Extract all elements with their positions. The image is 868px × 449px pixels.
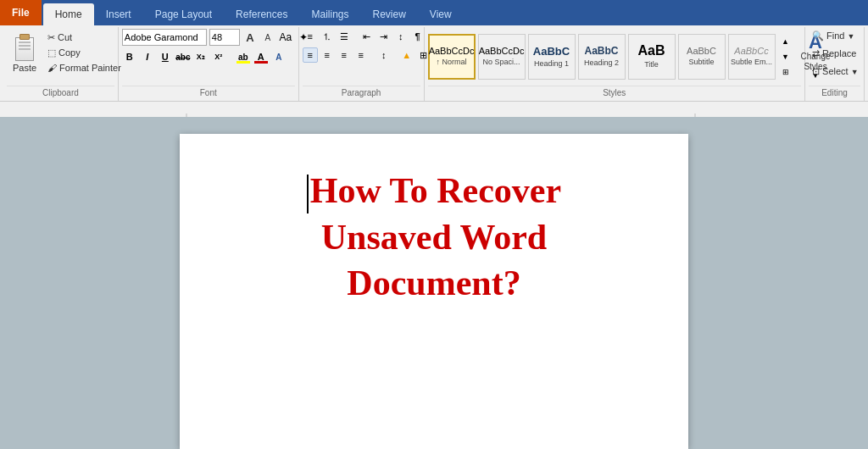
underline-button[interactable]: U [158,49,173,64]
text-cursor [307,175,309,213]
style-heading1[interactable]: AaBbC Heading 1 [528,34,576,80]
decrease-indent-button[interactable]: ⇤ [359,29,375,44]
style-heading1-label: Heading 1 [534,59,569,69]
editing-group: 🔍 Find ▼ ⇄ Replace ⊡ Select ▼ Editing [805,27,865,101]
find-icon: 🔍 [812,30,824,41]
tab-page-layout[interactable]: Page Layout [143,3,224,25]
styles-more-button[interactable]: ⊞ [778,64,793,80]
font-group: A A Aa ✦ B I U abc X₂ X² ab [119,27,299,101]
style-no-spacing-label: No Spaci... [483,58,520,67]
clipboard-small-buttons: ✂ Cut ⬚ Copy 🖌 Format Painter [44,29,125,75]
paste-label: Paste [13,63,36,73]
clipboard-group: Paste ✂ Cut ⬚ Copy 🖌 Format Painter Clip… [3,27,119,101]
tab-insert[interactable]: Insert [94,3,143,25]
style-heading1-preview: AaBbC [533,45,570,58]
bold-button[interactable]: B [122,49,137,64]
font-group-label: Font [122,86,295,99]
justify-button[interactable]: ≡ [353,47,369,63]
tab-review[interactable]: Review [360,3,417,25]
increase-indent-button[interactable]: ⇥ [376,29,392,44]
style-normal-label: ↑ Normal [437,58,467,67]
style-no-spacing-preview: AaBbCcDc [479,46,525,56]
cut-button[interactable]: ✂ Cut [44,30,125,45]
tab-mailings[interactable]: Mailings [299,3,360,25]
style-subtitle[interactable]: AaBbC Subtitle [678,34,726,80]
select-button[interactable]: ⊡ Select ▼ [809,64,862,79]
document-page[interactable]: How To Recover Unsaved Word Document? [180,134,688,449]
copy-button[interactable]: ⬚ Copy [44,46,125,60]
clipboard-group-label: Clipboard [7,86,114,99]
style-subtle-em-preview: AaBbCc [734,46,768,56]
bullets-button[interactable]: ≡ [303,29,318,44]
svg-rect-0 [0,102,868,117]
ruler [0,102,868,117]
shrink-font-button[interactable]: A [260,30,275,45]
paragraph-group: ≡ ⒈ ☰ ⇤ ⇥ ↕ ¶ ≡ ≡ ≡ ≡ ↕ ▲ [299,27,425,101]
tab-bar: File Home Insert Page Layout References … [0,0,868,25]
text-effects-button[interactable]: A [271,49,287,64]
numbering-button[interactable]: ⒈ [320,29,335,44]
italic-button[interactable]: I [140,49,155,64]
font-size-selector[interactable] [209,29,240,46]
tab-view[interactable]: View [418,3,464,25]
document-title: How To Recover Unsaved Word Document? [231,168,637,307]
line-spacing-button[interactable]: ↕ [376,47,392,63]
style-title-preview: AaB [638,43,665,58]
tab-home[interactable]: Home [43,3,94,25]
style-subtitle-preview: AaBbC [687,46,716,56]
style-heading2[interactable]: AaBbC Heading 2 [578,34,626,80]
style-title[interactable]: AaB Title [628,34,676,80]
document-content: How To Recover Unsaved Word Document? [231,168,637,307]
strikethrough-button[interactable]: abc [175,49,191,64]
select-icon: ⊡ [812,66,820,76]
ribbon: Paste ✂ Cut ⬚ Copy 🖌 Format Painter Clip… [0,25,868,102]
font-color-button[interactable]: A [253,49,269,64]
replace-icon: ⇄ [812,48,820,58]
document-area: How To Recover Unsaved Word Document? [0,117,868,449]
change-case-button[interactable]: Aa [278,30,293,45]
styles-group: AaBbCcDc ↑ Normal AaBbCcDc No Spaci... A… [425,27,805,101]
styles-scroll-buttons: ▲ ▼ ⊞ [778,34,793,80]
find-button[interactable]: 🔍 Find ▼ [809,29,858,43]
replace-button[interactable]: ⇄ Replace [809,47,860,61]
style-normal-preview: AaBbCcDc [429,46,475,56]
editing-group-label: Editing [809,86,860,99]
superscript-button[interactable]: X² [211,49,226,64]
grow-font-button[interactable]: A [242,30,258,45]
styles-gallery: AaBbCcDc ↑ Normal AaBbCcDc No Spaci... A… [428,34,793,80]
style-no-spacing[interactable]: AaBbCcDc No Spaci... [478,34,526,80]
subscript-button[interactable]: X₂ [193,49,209,64]
style-title-label: Title [644,60,659,69]
align-left-button[interactable]: ≡ [303,47,318,63]
style-heading2-label: Heading 2 [584,58,619,68]
format-painter-button[interactable]: 🖌 Format Painter [44,61,125,75]
styles-group-label: Styles [428,86,801,99]
align-center-button[interactable]: ≡ [320,47,335,63]
style-normal[interactable]: AaBbCcDc ↑ Normal [428,34,476,80]
tab-file[interactable]: File [0,0,42,25]
text-highlight-button[interactable]: ab [236,49,251,64]
paste-icon [11,31,38,62]
multilevel-list-button[interactable]: ☰ [337,29,352,44]
show-hide-button[interactable]: ¶ [410,29,426,44]
style-heading2-preview: AaBbC [585,45,619,57]
tab-references[interactable]: References [224,3,299,25]
align-right-button[interactable]: ≡ [337,47,352,63]
style-subtitle-label: Subtitle [689,58,715,67]
paragraph-group-label: Paragraph [303,86,420,99]
font-name-selector[interactable] [122,29,207,46]
styles-scroll-up-button[interactable]: ▲ [778,34,793,49]
paste-button[interactable]: Paste [7,29,42,75]
styles-scroll-down-button[interactable]: ▼ [778,49,793,64]
style-subtle-em-label: Subtle Em... [731,58,772,67]
shading-button[interactable]: ▲ [399,47,415,63]
style-subtle-em[interactable]: AaBbCc Subtle Em... [728,34,776,80]
sort-button[interactable]: ↕ [393,29,409,44]
